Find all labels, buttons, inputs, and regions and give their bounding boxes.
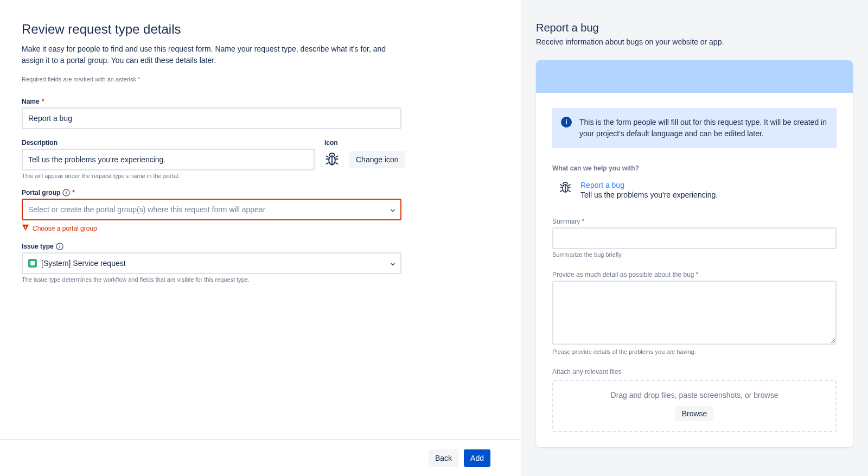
summary-help: Summarize the bug briefly. (552, 251, 837, 258)
service-request-icon (28, 259, 37, 268)
info-icon: i (561, 117, 572, 128)
bug-icon (324, 151, 340, 168)
required-asterisk: * (72, 189, 75, 196)
help-prompt: What can we help you with? (552, 164, 837, 172)
svg-rect-4 (25, 226, 25, 228)
info-icon[interactable] (56, 243, 63, 250)
portal-group-select[interactable]: Select or create the portal group(s) whe… (22, 199, 401, 220)
chevron-down-icon (390, 207, 395, 212)
name-input[interactable] (22, 107, 401, 129)
required-asterisk: * (696, 271, 699, 278)
required-asterisk: * (582, 218, 585, 225)
back-button[interactable]: Back (429, 449, 458, 467)
description-help: This will appear under the request type'… (22, 173, 315, 179)
description-label: Description (22, 139, 58, 147)
detail-label: Provide as much detail as possible about… (552, 271, 694, 278)
issue-type-select[interactable]: [System] Service request (22, 252, 401, 274)
required-note: Required fields are marked with an aster… (22, 76, 499, 82)
request-type-desc: Tell us the problems you're experiencing… (580, 191, 718, 199)
file-dropzone[interactable]: Drag and drop files, paste screenshots, … (552, 380, 837, 432)
page-subtitle: Make it easy for people to find and use … (22, 43, 401, 66)
preview-title: Report a bug (536, 22, 853, 34)
svg-rect-2 (66, 192, 67, 194)
required-asterisk: * (42, 98, 44, 105)
preview-banner (536, 60, 853, 93)
browse-button[interactable]: Browse (675, 406, 714, 421)
portal-group-error: Choose a portal group (33, 225, 97, 232)
issue-type-label: Issue type (22, 243, 54, 250)
info-banner-text: This is the form people will fill out fo… (579, 117, 828, 139)
attach-label: Attach any relevant files (552, 368, 621, 376)
svg-point-3 (66, 191, 67, 192)
summary-label: Summary (552, 218, 580, 225)
request-type-name: Report a bug (580, 181, 718, 189)
info-icon[interactable] (62, 189, 70, 196)
error-icon (22, 224, 29, 233)
detail-help: Please provide details of the problems y… (552, 348, 837, 355)
change-icon-button[interactable]: Change icon (349, 151, 405, 168)
summary-input[interactable] (552, 227, 837, 249)
svg-point-5 (25, 229, 26, 230)
page-title: Review request type details (22, 22, 499, 37)
portal-group-placeholder: Select or create the portal group(s) whe… (28, 205, 265, 214)
preview-card: i This is the form people will fill out … (536, 60, 853, 447)
portal-group-label: Portal group (22, 189, 60, 196)
preview-subtitle: Receive information about bugs on your w… (536, 37, 853, 46)
description-input[interactable] (22, 149, 315, 170)
detail-textarea[interactable] (552, 281, 837, 345)
svg-point-8 (59, 244, 60, 245)
chevron-down-icon (390, 261, 395, 266)
icon-label: Icon (324, 139, 405, 147)
dropzone-text: Drag and drop files, paste screenshots, … (563, 391, 826, 399)
add-button[interactable]: Add (464, 449, 490, 467)
info-banner: i This is the form people will fill out … (552, 108, 837, 148)
issue-type-value: [System] Service request (41, 259, 126, 268)
issue-type-help: The issue type determines the workflow a… (22, 276, 401, 283)
name-label: Name (22, 98, 40, 105)
svg-rect-7 (59, 246, 60, 248)
bug-icon (552, 181, 572, 195)
